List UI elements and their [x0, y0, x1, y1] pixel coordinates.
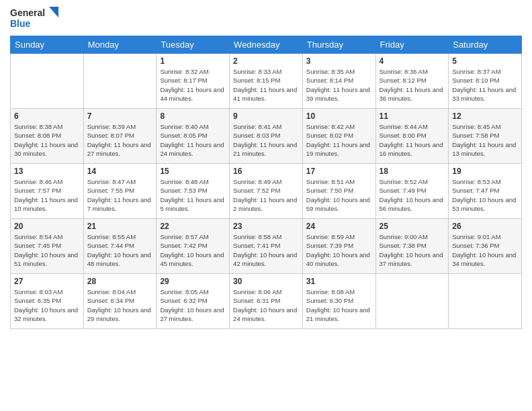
logo: GeneralBlue [10, 7, 60, 30]
svg-text:General: General [10, 7, 45, 18]
day-info: Sunrise: 8:53 AM Sunset: 7:47 PM Dayligh… [452, 177, 518, 213]
calendar-cell: 31Sunrise: 8:08 AM Sunset: 6:30 PM Dayli… [302, 274, 375, 329]
day-info: Sunrise: 8:54 AM Sunset: 7:45 PM Dayligh… [14, 232, 80, 268]
day-info: Sunrise: 8:06 AM Sunset: 6:31 PM Dayligh… [233, 287, 299, 323]
day-info: Sunrise: 8:59 AM Sunset: 7:39 PM Dayligh… [306, 232, 372, 268]
calendar-cell: 23Sunrise: 8:58 AM Sunset: 7:41 PM Dayli… [230, 219, 303, 274]
day-number: 27 [14, 277, 80, 286]
day-header-saturday: Saturday [449, 36, 522, 54]
day-number: 30 [233, 277, 299, 286]
calendar-cell [449, 274, 522, 329]
calendar-cell: 19Sunrise: 8:53 AM Sunset: 7:47 PM Dayli… [449, 164, 522, 219]
calendar: SundayMondayTuesdayWednesdayThursdayFrid… [10, 36, 522, 329]
day-info: Sunrise: 8:08 AM Sunset: 6:30 PM Dayligh… [306, 287, 372, 323]
calendar-cell: 5Sunrise: 8:37 AM Sunset: 8:10 PM Daylig… [449, 54, 522, 109]
day-header-tuesday: Tuesday [157, 36, 230, 54]
day-info: Sunrise: 8:49 AM Sunset: 7:52 PM Dayligh… [233, 177, 299, 213]
day-info: Sunrise: 9:00 AM Sunset: 7:38 PM Dayligh… [380, 232, 445, 268]
calendar-cell: 6Sunrise: 8:38 AM Sunset: 8:08 PM Daylig… [11, 109, 84, 164]
day-number: 17 [306, 167, 372, 176]
page: GeneralBlue SundayMondayTuesdayWednesday… [0, 0, 532, 411]
day-info: Sunrise: 8:40 AM Sunset: 8:05 PM Dayligh… [160, 122, 226, 158]
day-header-sunday: Sunday [11, 36, 84, 54]
day-info: Sunrise: 8:39 AM Sunset: 8:07 PM Dayligh… [87, 122, 153, 158]
day-number: 29 [160, 277, 226, 286]
day-info: Sunrise: 8:04 AM Sunset: 6:34 PM Dayligh… [87, 287, 153, 323]
day-number: 7 [87, 111, 153, 121]
day-info: Sunrise: 8:47 AM Sunset: 7:55 PM Dayligh… [87, 177, 153, 213]
day-number: 5 [452, 56, 518, 66]
calendar-cell: 29Sunrise: 8:05 AM Sunset: 6:32 PM Dayli… [157, 274, 230, 329]
day-number: 18 [380, 167, 445, 176]
day-number: 16 [233, 167, 299, 176]
calendar-cell: 12Sunrise: 8:45 AM Sunset: 7:58 PM Dayli… [449, 109, 522, 164]
day-number: 24 [306, 222, 372, 231]
day-info: Sunrise: 8:38 AM Sunset: 8:08 PM Dayligh… [14, 122, 80, 158]
calendar-cell: 16Sunrise: 8:49 AM Sunset: 7:52 PM Dayli… [230, 164, 303, 219]
calendar-cell: 22Sunrise: 8:57 AM Sunset: 7:42 PM Dayli… [157, 219, 230, 274]
calendar-cell: 1Sunrise: 8:32 AM Sunset: 8:17 PM Daylig… [157, 54, 230, 109]
calendar-cell: 25Sunrise: 9:00 AM Sunset: 7:38 PM Dayli… [375, 219, 449, 274]
week-row-0: 1Sunrise: 8:32 AM Sunset: 8:17 PM Daylig… [11, 54, 522, 109]
day-info: Sunrise: 8:05 AM Sunset: 6:32 PM Dayligh… [160, 287, 226, 323]
day-number: 22 [160, 222, 226, 231]
day-info: Sunrise: 9:01 AM Sunset: 7:36 PM Dayligh… [452, 232, 518, 268]
day-info: Sunrise: 8:51 AM Sunset: 7:50 PM Dayligh… [306, 177, 372, 213]
svg-marker-2 [49, 7, 58, 17]
day-info: Sunrise: 8:44 AM Sunset: 8:00 PM Dayligh… [380, 122, 445, 158]
calendar-cell [83, 54, 157, 109]
day-number: 8 [160, 111, 226, 121]
day-info: Sunrise: 8:45 AM Sunset: 7:58 PM Dayligh… [452, 122, 518, 158]
logo-svg: GeneralBlue [10, 7, 60, 30]
day-info: Sunrise: 8:52 AM Sunset: 7:49 PM Dayligh… [380, 177, 445, 213]
calendar-header-row: SundayMondayTuesdayWednesdayThursdayFrid… [11, 36, 522, 54]
calendar-cell: 2Sunrise: 8:33 AM Sunset: 8:15 PM Daylig… [230, 54, 303, 109]
calendar-cell: 9Sunrise: 8:41 AM Sunset: 8:03 PM Daylig… [230, 109, 303, 164]
day-header-friday: Friday [375, 36, 449, 54]
day-info: Sunrise: 8:57 AM Sunset: 7:42 PM Dayligh… [160, 232, 226, 268]
calendar-cell: 8Sunrise: 8:40 AM Sunset: 8:05 PM Daylig… [157, 109, 230, 164]
calendar-cell: 20Sunrise: 8:54 AM Sunset: 7:45 PM Dayli… [11, 219, 84, 274]
day-info: Sunrise: 8:03 AM Sunset: 6:35 PM Dayligh… [14, 287, 80, 323]
day-number: 15 [160, 167, 226, 176]
calendar-cell: 26Sunrise: 9:01 AM Sunset: 7:36 PM Dayli… [449, 219, 522, 274]
day-number: 1 [160, 56, 226, 66]
calendar-cell: 27Sunrise: 8:03 AM Sunset: 6:35 PM Dayli… [11, 274, 84, 329]
calendar-cell: 21Sunrise: 8:55 AM Sunset: 7:44 PM Dayli… [83, 219, 157, 274]
day-number: 11 [380, 111, 445, 121]
day-info: Sunrise: 8:37 AM Sunset: 8:10 PM Dayligh… [452, 67, 518, 103]
day-info: Sunrise: 8:41 AM Sunset: 8:03 PM Dayligh… [233, 122, 299, 158]
calendar-cell [375, 274, 449, 329]
calendar-cell [11, 54, 84, 109]
svg-text:Blue: Blue [10, 18, 31, 29]
day-number: 23 [233, 222, 299, 231]
calendar-cell: 24Sunrise: 8:59 AM Sunset: 7:39 PM Dayli… [302, 219, 375, 274]
calendar-cell: 10Sunrise: 8:42 AM Sunset: 8:02 PM Dayli… [302, 109, 375, 164]
day-number: 19 [452, 167, 518, 176]
day-number: 10 [306, 111, 372, 121]
day-info: Sunrise: 8:36 AM Sunset: 8:12 PM Dayligh… [380, 67, 445, 103]
day-number: 20 [14, 222, 80, 231]
calendar-cell: 17Sunrise: 8:51 AM Sunset: 7:50 PM Dayli… [302, 164, 375, 219]
calendar-cell: 3Sunrise: 8:35 AM Sunset: 8:14 PM Daylig… [302, 54, 375, 109]
day-header-monday: Monday [83, 36, 157, 54]
day-number: 9 [233, 111, 299, 121]
day-info: Sunrise: 8:35 AM Sunset: 8:14 PM Dayligh… [306, 67, 372, 103]
calendar-cell: 15Sunrise: 8:48 AM Sunset: 7:53 PM Dayli… [157, 164, 230, 219]
day-number: 12 [452, 111, 518, 121]
week-row-4: 27Sunrise: 8:03 AM Sunset: 6:35 PM Dayli… [11, 274, 522, 329]
week-row-2: 13Sunrise: 8:46 AM Sunset: 7:57 PM Dayli… [11, 164, 522, 219]
day-header-wednesday: Wednesday [230, 36, 303, 54]
calendar-cell: 7Sunrise: 8:39 AM Sunset: 8:07 PM Daylig… [83, 109, 157, 164]
day-header-thursday: Thursday [302, 36, 375, 54]
day-number: 4 [380, 56, 445, 66]
day-number: 26 [452, 222, 518, 231]
calendar-cell: 28Sunrise: 8:04 AM Sunset: 6:34 PM Dayli… [83, 274, 157, 329]
calendar-cell: 18Sunrise: 8:52 AM Sunset: 7:49 PM Dayli… [375, 164, 449, 219]
day-info: Sunrise: 8:33 AM Sunset: 8:15 PM Dayligh… [233, 67, 299, 103]
day-info: Sunrise: 8:48 AM Sunset: 7:53 PM Dayligh… [160, 177, 226, 213]
day-number: 25 [380, 222, 445, 231]
day-number: 31 [306, 277, 372, 286]
calendar-cell: 11Sunrise: 8:44 AM Sunset: 8:00 PM Dayli… [375, 109, 449, 164]
day-info: Sunrise: 8:46 AM Sunset: 7:57 PM Dayligh… [14, 177, 80, 213]
